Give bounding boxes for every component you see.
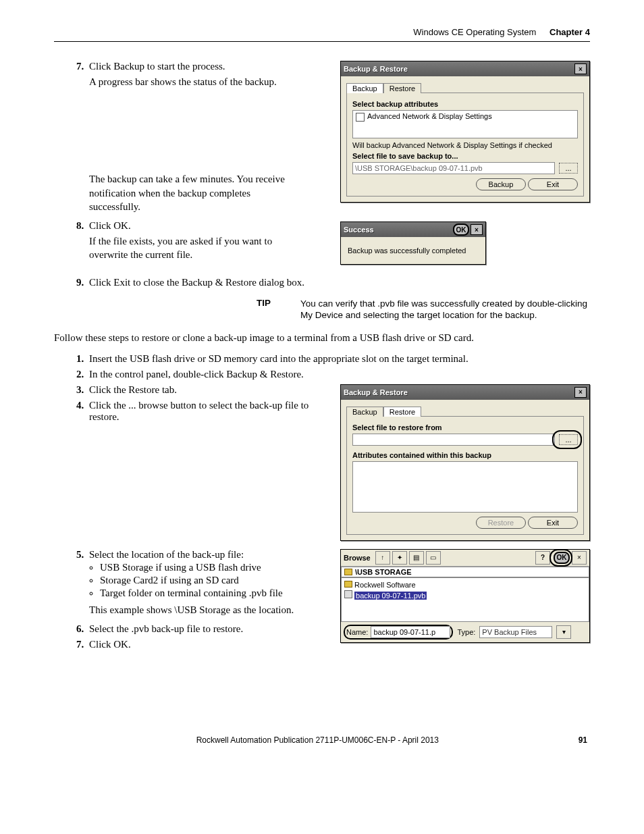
dialog-browse: Browse ↑ ✦ ▤ ▭ ? OK × \USB STORAGE: [340, 549, 590, 643]
header-section: Windows CE Operating System: [413, 27, 536, 37]
dialog-backup-title: Backup & Restore: [344, 65, 573, 73]
selected-file[interactable]: backup 09-07-11.pvb: [354, 592, 427, 600]
help-icon[interactable]: ?: [535, 551, 550, 565]
step-b1: Insert the USB flash drive or SD memory …: [86, 353, 590, 365]
close-icon[interactable]: ×: [471, 224, 483, 235]
step-b4: Click the ... browse button to select th…: [86, 400, 327, 423]
callout-circle-icon: [552, 430, 582, 449]
step-8: Click OK. If the file exists, you are as…: [86, 220, 327, 262]
dialog-restore-title: Backup & Restore: [344, 388, 573, 396]
step-b2: In the control panel, double-click Backu…: [86, 369, 590, 380]
exit-button[interactable]: Exit: [528, 517, 578, 529]
new-folder-icon[interactable]: ✦: [392, 551, 407, 565]
tip-block: TIP You can verify that .pvb file was su…: [257, 298, 590, 321]
dialog-success-title: Success: [344, 226, 452, 234]
tab-backup[interactable]: Backup: [346, 83, 383, 93]
footer-publication: Rockwell Automation Publication 2711P-UM…: [196, 735, 439, 745]
callout-circle-icon: [549, 549, 572, 567]
close-icon[interactable]: ×: [574, 387, 587, 398]
callout-circle-icon: Name: backup 09-07-11.p: [344, 625, 453, 640]
attributes-listbox[interactable]: Advanced Network & Display Settings: [352, 110, 578, 138]
folder-icon: [344, 569, 352, 575]
browse-location[interactable]: \USB STORAGE: [341, 567, 589, 577]
tab-restore[interactable]: Restore: [383, 407, 422, 417]
up-folder-icon[interactable]: ↑: [375, 551, 390, 565]
close-icon[interactable]: ×: [574, 63, 587, 74]
checkbox-icon[interactable]: [356, 113, 365, 122]
step-7-sub: A progress bar shows the status of the b…: [89, 75, 285, 88]
step-7-note: The backup can take a few minutes. You r…: [89, 172, 285, 213]
step-b5: Select the location of the back-up file:…: [86, 549, 327, 617]
label-select-attributes: Select backup attributes: [352, 100, 578, 108]
tip-text: You can verify that .pvb file was succes…: [300, 298, 590, 321]
exit-button[interactable]: Exit: [528, 178, 578, 190]
label-select-file: Select file to save backup to...: [352, 152, 578, 160]
browse-title: Browse: [344, 554, 371, 562]
browse-file-list[interactable]: Rockwell Software backup 09-07-11.pvb: [341, 577, 589, 622]
restore-button[interactable]: Restore: [476, 517, 526, 529]
page-footer: Rockwell Automation Publication 2711P-UM…: [54, 735, 590, 745]
step-b3: Click the Restore tab.: [86, 384, 327, 396]
tab-restore[interactable]: Restore: [383, 83, 422, 93]
restore-attributes-listbox[interactable]: [352, 461, 578, 513]
page-header: Windows CE Operating System Chapter 4: [54, 27, 590, 42]
step-7: Click Backup to start the process. A pro…: [86, 61, 327, 213]
label-restore-from: Select file to restore from: [352, 423, 578, 432]
restore-path-field[interactable]: [352, 434, 555, 446]
close-icon[interactable]: ×: [572, 551, 587, 565]
step-8-sub: If the file exists, you are asked if you…: [89, 234, 285, 262]
success-message: Backup was successfully completed: [348, 246, 466, 255]
bullet-sd: Storage Card2 if using an SD card: [100, 575, 327, 586]
step-b7: Click OK.: [86, 639, 327, 650]
step-b5-note: This example shows \USB Storage as the l…: [89, 603, 327, 617]
folder-icon: [344, 581, 352, 588]
page-number: 91: [579, 735, 587, 745]
browse-button[interactable]: ...: [559, 163, 578, 174]
name-field[interactable]: backup 09-07-11.p: [371, 626, 450, 638]
backup-hint: Will backup Advanced Network & Display S…: [352, 141, 578, 149]
backup-path-field[interactable]: \USB STORAGE\backup 09-07-11.pvb: [352, 162, 555, 174]
dialog-backup: Backup & Restore × BackupRestore Select …: [340, 61, 590, 203]
list-view-icon[interactable]: ▭: [426, 551, 441, 565]
bullet-target: Target folder on terminal containing .pv…: [100, 588, 327, 599]
bullet-usb: USB Storage if using a USB flash drive: [100, 562, 327, 573]
label-attributes: Attributes contained within this backup: [352, 451, 578, 459]
ok-button[interactable]: OK: [453, 224, 469, 236]
tab-backup[interactable]: Backup: [346, 407, 383, 417]
dialog-success: Success OK × Backup was successfully com…: [340, 221, 486, 265]
file-icon: [344, 590, 352, 598]
header-chapter: Chapter 4: [549, 27, 590, 37]
details-view-icon[interactable]: ▤: [409, 551, 424, 565]
dropdown-icon[interactable]: ▾: [556, 625, 571, 639]
tip-label: TIP: [257, 298, 271, 321]
step-b6: Select the .pvb back-up file to restore.: [86, 623, 327, 635]
type-field[interactable]: PV Backup Files: [479, 626, 552, 638]
step-9: Click Exit to close the Backup & Restore…: [86, 277, 590, 288]
dialog-restore: Backup & Restore × BackupRestore Select …: [340, 384, 590, 541]
follow-paragraph: Follow these steps to restore or clone a…: [54, 332, 590, 344]
backup-button[interactable]: Backup: [476, 178, 526, 190]
